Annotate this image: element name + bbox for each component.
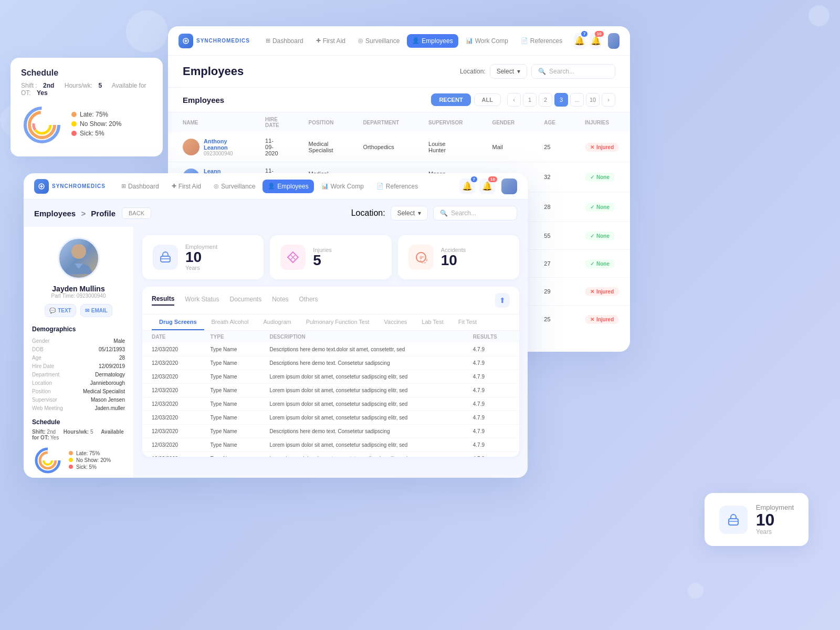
breadcrumb-profile: Profile <box>91 209 116 218</box>
profile-nav-references[interactable]: 📄References <box>371 180 423 193</box>
p-bell-2: 🔔 <box>482 181 492 191</box>
cell-name: Anthony Leannon 0923000940 <box>168 132 250 162</box>
tab-workstatus[interactable]: Work Status <box>185 296 219 305</box>
demo-label: Gender <box>32 338 49 344</box>
res-col-desc: DESCRIPTION <box>260 331 463 343</box>
cell-injuries: ✓None <box>570 162 630 192</box>
demo-row: Position Medical Specialist <box>32 388 125 394</box>
res-col-results: RESULTS <box>464 331 519 343</box>
profile-logo: SYNCHROMEDICS <box>34 179 106 194</box>
notification-btn-2[interactable]: 🔔 10 <box>590 33 601 49</box>
page-title: Employees <box>183 65 460 78</box>
tab-documents[interactable]: Documents <box>230 296 262 305</box>
result-value: 4.7.9 <box>464 343 519 356</box>
subtab-breathalcohol[interactable]: Breath Alcohol <box>204 314 256 330</box>
employment-number: 10 <box>756 511 794 528</box>
result-row: 12/03/2020 Type Name Lorem ipsum dolor s… <box>142 384 519 397</box>
p-shift-label: Shift: 2nd <box>32 429 59 435</box>
page-2[interactable]: 2 <box>539 93 552 107</box>
nav-workcomp[interactable]: 📊Work Comp <box>460 34 513 48</box>
p-chevron-icon: ▾ <box>418 209 421 217</box>
p-firstaid-icon: ✚ <box>172 183 176 190</box>
page-10[interactable]: 10 <box>586 93 600 107</box>
page-3[interactable]: 3 <box>554 93 568 107</box>
subtab-fittest[interactable]: Fit Test <box>451 314 484 330</box>
profile-nav-firstaid[interactable]: ✚First Aid <box>166 180 206 193</box>
profile-schedule-meta: Shift: 2nd Hours/wk: 5 Available for OT:… <box>32 429 125 440</box>
cell-position: Medical Specialist <box>294 132 349 162</box>
profile-nav-dashboard[interactable]: ⊞Dashboard <box>116 180 164 193</box>
cell-injuries: ✓None <box>570 250 630 278</box>
demo-label: Supervisor <box>32 397 57 403</box>
demographics-title: Demographics <box>32 326 125 333</box>
profile-nav-employees[interactable]: 👤Employees <box>262 180 313 193</box>
tab-recent[interactable]: RECENT <box>431 93 470 106</box>
subtab-pulmonary[interactable]: Pulmonary Function Test <box>299 314 377 330</box>
demo-row: Location Jannieborough <box>32 380 125 386</box>
subtab-labtest[interactable]: Lab Test <box>414 314 450 330</box>
badge-2: 10 <box>595 31 604 37</box>
schedule-meta: Shift : 2nd Hours/wk: 5 Available for OT… <box>21 82 152 97</box>
profile-main: Employment 10 Years Injuries <box>134 227 528 478</box>
cell-injuries: ✕Injured <box>570 306 630 333</box>
nav-surveillance[interactable]: ◎Surveillance <box>353 34 405 48</box>
tab-notes[interactable]: Notes <box>272 296 288 305</box>
profile-location-select[interactable]: Select ▾ <box>391 206 428 220</box>
shift-label: Shift : 2nd <box>21 82 58 89</box>
demo-value: 05/12/1993 <box>99 346 125 352</box>
search-box[interactable]: 🔍 Search... <box>531 64 615 79</box>
legend-sick: Sick: 5% <box>71 130 121 137</box>
tab-others[interactable]: Others <box>299 296 318 305</box>
result-date: 12/03/2020 <box>142 425 201 438</box>
p-search-icon: 🔍 <box>440 209 448 217</box>
res-col-type: TYPE <box>201 331 260 343</box>
tab-all[interactable]: ALL <box>474 93 501 106</box>
subtab-drugscreens[interactable]: Drug Screens <box>152 314 204 330</box>
profile-notif-2[interactable]: 🔔 10 <box>479 178 495 194</box>
page-next[interactable]: › <box>602 93 615 107</box>
user-avatar[interactable] <box>608 33 620 49</box>
nav-dashboard[interactable]: ⊞Dashboard <box>260 34 309 48</box>
nav-references[interactable]: 📄References <box>516 34 568 48</box>
subtab-audiogram[interactable]: Audiogram <box>256 314 298 330</box>
employment-text: Employment 10 Years <box>756 503 794 536</box>
profile-nav-surveillance[interactable]: ◎Surveillance <box>208 180 260 193</box>
schedule-donut-area: Late: 75% No Show: 20% Sick: 5% <box>21 104 152 146</box>
nav-employees[interactable]: 👤Employees <box>407 34 458 48</box>
text-button[interactable]: 💬 TEXT <box>45 304 76 317</box>
injury-badge: ✕Injured <box>585 143 619 152</box>
profile-schedule-title: Schedule <box>32 418 125 426</box>
emp-name: Anthony Leannon <box>204 138 236 151</box>
result-type: Type Name <box>201 411 260 425</box>
profile-notif-1[interactable]: 🔔 7 <box>459 178 475 194</box>
tab-results[interactable]: Results <box>152 295 174 306</box>
upload-button[interactable]: ⬆ <box>495 293 510 308</box>
stat-accidents: Accidents 10 <box>398 235 519 279</box>
subtab-vaccines[interactable]: Vaccines <box>377 314 415 330</box>
employment-icon <box>726 512 741 528</box>
page-1[interactable]: 1 <box>523 93 537 107</box>
back-button[interactable]: BACK <box>122 207 151 219</box>
notification-btn-1[interactable]: 🔔 7 <box>574 33 585 49</box>
nav-firstaid[interactable]: ✚First Aid <box>311 34 351 48</box>
email-button[interactable]: ✉ EMAIL <box>80 304 112 317</box>
stat-injuries: Injuries 5 <box>270 235 391 279</box>
injuries-stat-number: 5 <box>313 253 331 268</box>
result-type: Type Name <box>201 370 260 384</box>
svg-rect-4 <box>729 519 738 525</box>
results-tbody: 12/03/2020 Type Name Descriptions here d… <box>142 343 519 457</box>
employees-navbar: SYNCHROMEDICS ⊞Dashboard ✚First Aid ◎Sur… <box>168 26 630 56</box>
profile-nav-workcomp[interactable]: 📊Work Comp <box>316 180 369 193</box>
profile-user-avatar[interactable] <box>501 178 517 194</box>
result-desc: Descriptions here demo text.dolor sit am… <box>260 343 463 356</box>
results-table: DATE TYPE DESCRIPTION RESULTS 12/03/2020… <box>142 331 519 457</box>
demo-row: Supervisor Mason Jensen <box>32 397 125 403</box>
p-employees-icon: 👤 <box>268 183 275 190</box>
profile-window: SYNCHROMEDICS ⊞Dashboard ✚First Aid ◎Sur… <box>24 173 528 478</box>
table-header: NAME HIRE DATE POSITION DEPARTMENT SUPER… <box>168 112 630 133</box>
result-row: 12/03/2020 Type Name Lorem ipsum dolor s… <box>142 452 519 457</box>
profile-search[interactable]: 🔍 Search... <box>433 206 517 220</box>
location-select[interactable]: Select ▾ <box>490 64 527 79</box>
page-prev[interactable]: ‹ <box>507 93 521 107</box>
demo-row: Gender Male <box>32 338 125 344</box>
